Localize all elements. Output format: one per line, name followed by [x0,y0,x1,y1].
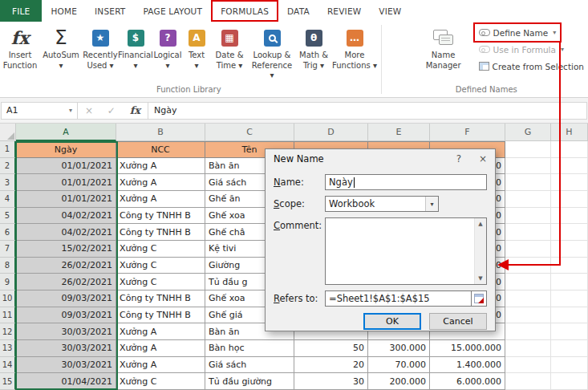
scroll-up-icon[interactable]: ▲ [475,218,486,230]
cell-A13[interactable]: 30/03/2021 [16,340,116,357]
cell-H10[interactable] [551,290,588,307]
row-header-14[interactable]: 14 [0,357,16,374]
logical-button[interactable]: ? Logical▾ [152,22,183,83]
cell-G13[interactable] [505,340,551,357]
cell-A9[interactable]: 26/02/2021 [16,274,116,290]
cell-B14[interactable]: Xưởng A [116,357,205,374]
cell-D14[interactable]: 20 [294,357,368,374]
chevron-down-icon[interactable]: ▾ [69,107,72,114]
cell-H11[interactable] [551,307,588,324]
cell-B10[interactable]: Công ty TNHH B [116,290,205,307]
scroll-down-icon[interactable]: ▼ [475,273,486,284]
define-name-button[interactable]: Define Name ▾ [475,24,561,41]
row-header-4[interactable]: 4 [0,191,16,208]
cell-G8[interactable] [505,258,551,274]
comment-scrollbar[interactable]: ▲ ▼ [474,218,486,284]
cell-B7[interactable]: Xưởng C [116,241,205,258]
more-functions-button[interactable]: … MoreFunctions ▾ [332,22,377,83]
column-header-F[interactable]: F [430,124,505,141]
ok-button[interactable]: OK [363,313,421,330]
create-from-selection-button[interactable]: Create from Selection [475,58,588,75]
cell-A3[interactable]: 01/01/2021 [16,174,116,191]
cell-A10[interactable]: 09/03/2021 [16,290,116,307]
cell-B2[interactable]: Xưởng A [116,158,205,175]
cell-H15[interactable] [551,373,588,390]
cell-H3[interactable] [551,174,588,191]
cell-B12[interactable]: Xưởng A [116,323,205,340]
cell-F14[interactable]: 1.400.000 [430,357,505,374]
text-button[interactable]: A Text▾ [183,22,210,83]
row-header-1[interactable]: 1 [0,141,16,158]
row-header-9[interactable]: 9 [0,274,16,290]
column-header-A[interactable]: A [16,124,116,141]
row-header-7[interactable]: 7 [0,241,16,258]
column-header-B[interactable]: B [116,124,205,141]
cell-G7[interactable] [505,241,551,258]
cell-B9[interactable]: Xưởng C [116,274,205,290]
refers-to-field[interactable]: =Sheet1!$A$1:$A$15 [325,290,472,307]
tab-file[interactable]: FILE [0,0,42,22]
cell-H13[interactable] [551,340,588,357]
autosum-button[interactable]: Σ AutoSum▾ [40,22,82,83]
column-header-D[interactable]: D [294,124,368,141]
dialog-titlebar[interactable]: New Name ? × [266,149,495,169]
cell-G1[interactable] [505,141,551,158]
row-header-10[interactable]: 10 [0,290,16,307]
cell-B4[interactable]: Xưởng A [116,191,205,208]
cell-H9[interactable] [551,274,588,290]
tab-home[interactable]: HOME [42,0,86,22]
cell-A1[interactable]: Ngày [16,141,116,158]
tab-page-layout[interactable]: PAGE LAYOUT [134,0,211,22]
cell-A2[interactable]: 01/01/2021 [16,158,116,175]
cell-H5[interactable] [551,208,588,225]
tab-formulas[interactable]: FORMULAS [211,0,278,22]
lookup-reference-button[interactable]: Lookup &Reference ▾ [249,22,295,83]
cell-F13[interactable]: 15.000.000 [430,340,505,357]
cell-A12[interactable]: 30/03/2021 [16,323,116,340]
cell-C14[interactable]: Giá sách [205,357,294,374]
comment-field[interactable]: ▲ ▼ [325,217,487,285]
range-picker-button[interactable] [472,290,487,307]
cell-C15[interactable]: Tủ đầu giường [205,373,294,390]
cell-H4[interactable] [551,191,588,208]
cell-D15[interactable]: 30 [294,373,368,390]
cell-F15[interactable]: 6.000.000 [430,373,505,390]
cell-G14[interactable] [505,357,551,374]
cell-A5[interactable]: 04/02/2021 [16,208,116,225]
row-header-8[interactable]: 8 [0,258,16,274]
cell-B8[interactable]: Xưởng C [116,258,205,274]
column-header-H[interactable]: H [551,124,588,141]
select-all-corner[interactable] [0,124,16,141]
name-box[interactable]: A1 ▾ [1,102,78,120]
confirm-entry-icon[interactable]: ✓ [107,105,116,116]
column-header-G[interactable]: G [505,124,551,141]
financial-button[interactable]: $ Financial▾ [119,22,152,83]
cell-A15[interactable]: 01/04/2021 [16,373,116,390]
tab-insert[interactable]: INSERT [86,0,134,22]
cell-A8[interactable]: 26/02/2021 [16,258,116,274]
help-icon[interactable]: ? [447,149,471,169]
row-header-3[interactable]: 3 [0,174,16,191]
cell-A6[interactable]: 04/02/2021 [16,224,116,241]
cell-G3[interactable] [505,174,551,191]
cancel-button[interactable]: Cancel [429,313,487,330]
column-header-E[interactable]: E [368,124,430,141]
cell-G10[interactable] [505,290,551,307]
cancel-entry-icon[interactable]: × [85,105,93,116]
cell-E15[interactable]: 200.000 [368,373,430,390]
close-icon[interactable]: × [471,149,495,169]
cell-B11[interactable]: Công ty TNHH B [116,307,205,324]
row-header-6[interactable]: 6 [0,224,16,241]
chevron-down-icon[interactable]: ▾ [425,197,438,211]
date-time-button[interactable]: ▦ Date &Time ▾ [210,22,249,83]
name-field[interactable]: Ngày [325,174,487,190]
row-header-12[interactable]: 12 [0,323,16,340]
recently-used-button[interactable]: ★ RecentlyUsed ▾ [82,22,119,83]
cell-G2[interactable] [505,158,551,175]
name-manager-button[interactable]: NameManager [419,22,468,83]
cell-E13[interactable]: 300.000 [368,340,430,357]
insert-function-fx-icon[interactable]: fx [130,104,140,116]
row-header-5[interactable]: 5 [0,208,16,225]
cell-H7[interactable] [551,241,588,258]
formula-input[interactable]: Ngày [148,102,587,120]
